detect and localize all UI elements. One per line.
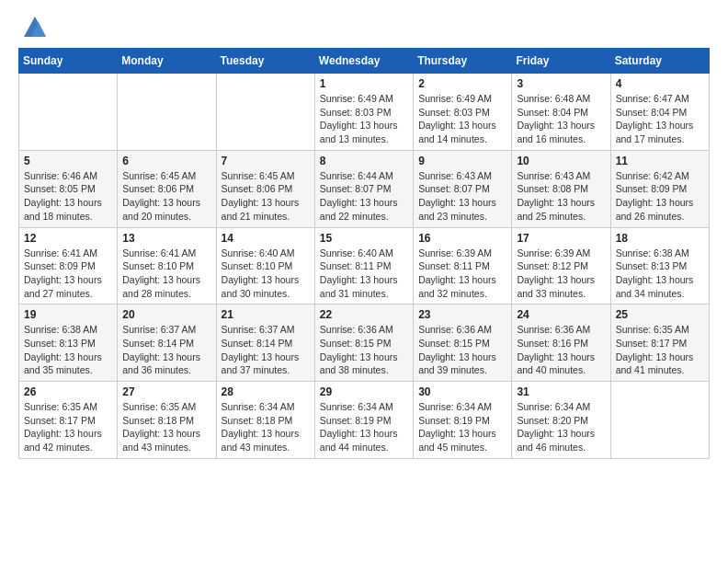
calendar-week-row: 5Sunrise: 6:46 AM Sunset: 8:05 PM Daylig…: [19, 150, 710, 227]
calendar-cell: 11Sunrise: 6:42 AM Sunset: 8:09 PM Dayli…: [610, 150, 709, 227]
calendar-cell: 8Sunrise: 6:44 AM Sunset: 8:07 PM Daylig…: [314, 150, 413, 227]
calendar-cell: 5Sunrise: 6:46 AM Sunset: 8:05 PM Daylig…: [19, 150, 118, 227]
day-of-week-header: Saturday: [610, 49, 709, 74]
day-number: 27: [122, 385, 210, 398]
day-info: Sunrise: 6:36 AM Sunset: 8:15 PM Dayligh…: [418, 323, 506, 377]
day-number: 29: [320, 385, 408, 398]
calendar-cell: 17Sunrise: 6:39 AM Sunset: 8:12 PM Dayli…: [512, 227, 610, 304]
day-info: Sunrise: 6:34 AM Sunset: 8:19 PM Dayligh…: [418, 400, 506, 454]
calendar-cell: [118, 74, 216, 151]
day-info: Sunrise: 6:48 AM Sunset: 8:04 PM Dayligh…: [517, 92, 605, 146]
calendar-cell: 19Sunrise: 6:38 AM Sunset: 8:13 PM Dayli…: [19, 304, 118, 382]
day-info: Sunrise: 6:44 AM Sunset: 8:07 PM Dayligh…: [320, 169, 408, 224]
day-number: 14: [222, 232, 310, 245]
calendar-cell: 22Sunrise: 6:36 AM Sunset: 8:15 PM Dayli…: [314, 304, 413, 382]
calendar-header-row: SundayMondayTuesdayWednesdayThursdayFrid…: [19, 49, 710, 74]
day-number: 18: [616, 232, 704, 245]
day-number: 21: [222, 308, 310, 321]
day-number: 3: [517, 77, 605, 90]
calendar-cell: 21Sunrise: 6:37 AM Sunset: 8:14 PM Dayli…: [216, 304, 314, 382]
calendar-cell: 31Sunrise: 6:34 AM Sunset: 8:20 PM Dayli…: [512, 382, 610, 459]
calendar-cell: 16Sunrise: 6:39 AM Sunset: 8:11 PM Dayli…: [414, 227, 512, 304]
day-info: Sunrise: 6:45 AM Sunset: 8:06 PM Dayligh…: [222, 169, 310, 224]
day-number: 17: [517, 232, 605, 245]
calendar-cell: 4Sunrise: 6:47 AM Sunset: 8:04 PM Daylig…: [610, 74, 709, 151]
calendar-cell: 18Sunrise: 6:38 AM Sunset: 8:13 PM Dayli…: [610, 227, 709, 304]
day-info: Sunrise: 6:43 AM Sunset: 8:08 PM Dayligh…: [517, 169, 605, 224]
calendar-cell: 12Sunrise: 6:41 AM Sunset: 8:09 PM Dayli…: [19, 227, 118, 304]
day-number: 23: [418, 308, 506, 321]
day-number: 20: [122, 308, 210, 321]
day-info: Sunrise: 6:34 AM Sunset: 8:20 PM Dayligh…: [517, 400, 605, 454]
day-number: 30: [418, 385, 506, 398]
day-number: 28: [222, 385, 310, 398]
day-info: Sunrise: 6:35 AM Sunset: 8:17 PM Dayligh…: [24, 400, 112, 454]
day-info: Sunrise: 6:43 AM Sunset: 8:07 PM Dayligh…: [418, 169, 506, 224]
calendar-cell: [19, 74, 118, 151]
day-number: 19: [24, 308, 112, 321]
day-info: Sunrise: 6:38 AM Sunset: 8:13 PM Dayligh…: [616, 247, 704, 301]
day-number: 16: [418, 232, 506, 245]
calendar-week-row: 1Sunrise: 6:49 AM Sunset: 8:03 PM Daylig…: [19, 74, 710, 151]
calendar-cell: 7Sunrise: 6:45 AM Sunset: 8:06 PM Daylig…: [216, 150, 314, 227]
logo-icon: [22, 15, 48, 40]
day-number: 6: [122, 155, 210, 167]
day-info: Sunrise: 6:35 AM Sunset: 8:17 PM Dayligh…: [616, 323, 704, 377]
day-number: 13: [122, 232, 210, 245]
day-info: Sunrise: 6:34 AM Sunset: 8:18 PM Dayligh…: [222, 400, 310, 454]
page-header: [18, 15, 710, 40]
day-info: Sunrise: 6:45 AM Sunset: 8:06 PM Dayligh…: [122, 169, 210, 224]
day-number: 22: [320, 308, 408, 321]
day-info: Sunrise: 6:37 AM Sunset: 8:14 PM Dayligh…: [122, 323, 210, 377]
calendar-table: SundayMondayTuesdayWednesdayThursdayFrid…: [18, 48, 710, 459]
calendar-cell: 14Sunrise: 6:40 AM Sunset: 8:10 PM Dayli…: [216, 227, 314, 304]
day-number: 15: [320, 232, 408, 245]
day-info: Sunrise: 6:49 AM Sunset: 8:03 PM Dayligh…: [418, 92, 506, 146]
day-number: 7: [222, 155, 310, 167]
calendar-cell: 27Sunrise: 6:35 AM Sunset: 8:18 PM Dayli…: [118, 382, 216, 459]
calendar-cell: [216, 74, 314, 151]
day-info: Sunrise: 6:42 AM Sunset: 8:09 PM Dayligh…: [616, 169, 704, 224]
calendar-cell: 10Sunrise: 6:43 AM Sunset: 8:08 PM Dayli…: [512, 150, 610, 227]
day-number: 24: [517, 308, 605, 321]
day-number: 26: [24, 385, 112, 398]
day-info: Sunrise: 6:39 AM Sunset: 8:12 PM Dayligh…: [517, 247, 605, 301]
day-info: Sunrise: 6:37 AM Sunset: 8:14 PM Dayligh…: [222, 323, 310, 377]
day-of-week-header: Sunday: [19, 49, 118, 74]
day-info: Sunrise: 6:46 AM Sunset: 8:05 PM Dayligh…: [24, 169, 112, 224]
day-info: Sunrise: 6:39 AM Sunset: 8:11 PM Dayligh…: [418, 247, 506, 301]
day-of-week-header: Monday: [118, 49, 216, 74]
calendar-cell: 1Sunrise: 6:49 AM Sunset: 8:03 PM Daylig…: [314, 74, 413, 151]
day-info: Sunrise: 6:40 AM Sunset: 8:10 PM Dayligh…: [222, 247, 310, 301]
calendar-cell: 28Sunrise: 6:34 AM Sunset: 8:18 PM Dayli…: [216, 382, 314, 459]
day-number: 10: [517, 155, 605, 167]
calendar-cell: 3Sunrise: 6:48 AM Sunset: 8:04 PM Daylig…: [512, 74, 610, 151]
day-number: 25: [616, 308, 704, 321]
calendar-week-row: 12Sunrise: 6:41 AM Sunset: 8:09 PM Dayli…: [19, 227, 710, 304]
calendar-cell: 29Sunrise: 6:34 AM Sunset: 8:19 PM Dayli…: [314, 382, 413, 459]
day-number: 9: [418, 155, 506, 167]
day-of-week-header: Thursday: [414, 49, 512, 74]
calendar-cell: 30Sunrise: 6:34 AM Sunset: 8:19 PM Dayli…: [414, 382, 512, 459]
day-number: 12: [24, 232, 112, 245]
day-info: Sunrise: 6:49 AM Sunset: 8:03 PM Dayligh…: [320, 92, 408, 146]
day-info: Sunrise: 6:36 AM Sunset: 8:15 PM Dayligh…: [320, 323, 408, 377]
day-number: 8: [320, 155, 408, 167]
calendar-cell: 23Sunrise: 6:36 AM Sunset: 8:15 PM Dayli…: [414, 304, 512, 382]
calendar-cell: 26Sunrise: 6:35 AM Sunset: 8:17 PM Dayli…: [19, 382, 118, 459]
day-info: Sunrise: 6:35 AM Sunset: 8:18 PM Dayligh…: [122, 400, 210, 454]
calendar-cell: 20Sunrise: 6:37 AM Sunset: 8:14 PM Dayli…: [118, 304, 216, 382]
day-info: Sunrise: 6:41 AM Sunset: 8:09 PM Dayligh…: [24, 247, 112, 301]
day-info: Sunrise: 6:40 AM Sunset: 8:11 PM Dayligh…: [320, 247, 408, 301]
day-info: Sunrise: 6:36 AM Sunset: 8:16 PM Dayligh…: [517, 323, 605, 377]
day-info: Sunrise: 6:34 AM Sunset: 8:19 PM Dayligh…: [320, 400, 408, 454]
day-info: Sunrise: 6:41 AM Sunset: 8:10 PM Dayligh…: [122, 247, 210, 301]
calendar-week-row: 19Sunrise: 6:38 AM Sunset: 8:13 PM Dayli…: [19, 304, 710, 382]
calendar-cell: 24Sunrise: 6:36 AM Sunset: 8:16 PM Dayli…: [512, 304, 610, 382]
calendar-cell: 25Sunrise: 6:35 AM Sunset: 8:17 PM Dayli…: [610, 304, 709, 382]
day-number: 31: [517, 385, 605, 398]
calendar-cell: 2Sunrise: 6:49 AM Sunset: 8:03 PM Daylig…: [414, 74, 512, 151]
logo: [18, 15, 48, 40]
day-number: 5: [24, 155, 112, 167]
day-of-week-header: Friday: [512, 49, 610, 74]
